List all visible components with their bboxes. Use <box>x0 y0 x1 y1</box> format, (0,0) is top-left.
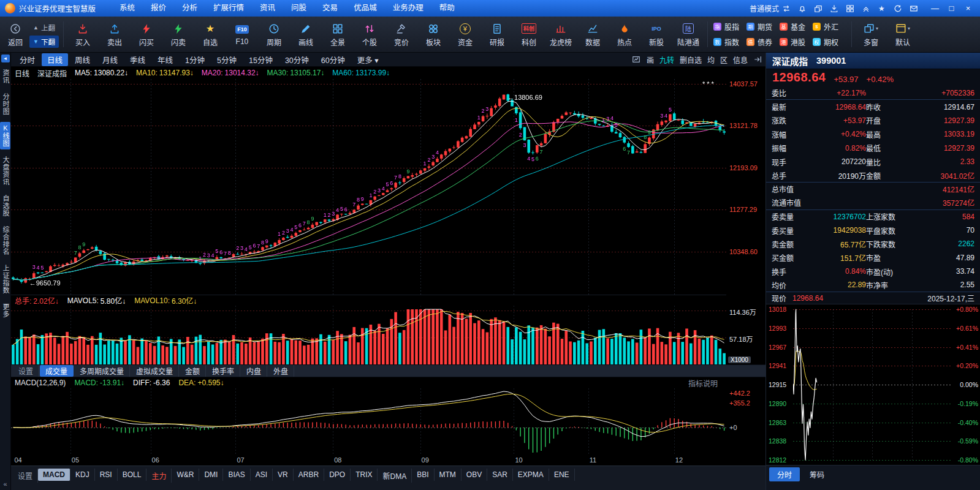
market-category-item[interactable]: 期期货 <box>746 19 780 34</box>
indicator-tab-DMI[interactable]: DMI <box>199 469 223 481</box>
indicator-tab-TRIX[interactable]: TRIX <box>351 469 378 481</box>
toolbar-button-stock-arrows[interactable]: 个股 <box>354 18 386 51</box>
toolbar-button-report[interactable]: 研报 <box>481 18 513 51</box>
chart-tool-九转[interactable]: 九转 <box>659 55 674 65</box>
toolbar-button-sector[interactable]: 板块 <box>417 18 449 51</box>
indicator-help-link[interactable]: 指标说明 <box>688 378 718 388</box>
menubar-item[interactable]: 资讯 <box>252 0 283 17</box>
period-tab-月线[interactable]: 月线 <box>97 53 123 66</box>
indicator-tab-ENE[interactable]: ENE <box>549 469 575 481</box>
chevrons-icon[interactable] <box>860 3 871 13</box>
toolbar-button-sell[interactable]: 卖出 <box>99 18 131 51</box>
chart-tool-画[interactable]: 画 <box>647 55 654 65</box>
market-category-item[interactable]: $外汇 <box>813 19 846 34</box>
period-tab-分时[interactable]: 分时 <box>14 53 40 66</box>
toolbar-button-flash-buy[interactable]: 闪买 <box>131 18 162 51</box>
collapse-panel-icon[interactable] <box>753 55 762 64</box>
market-category-item[interactable]: 港港股 <box>780 34 813 50</box>
market-category-item[interactable]: 权期权 <box>813 34 846 50</box>
mode-switcher[interactable]: 普通模式 <box>750 3 791 13</box>
toolbar-button-ipo[interactable]: IPO新股 <box>640 18 672 51</box>
volume-tab-多周期成交量[interactable]: 多周期成交量 <box>74 365 130 377</box>
toolbar-button-data[interactable]: 数据 <box>577 18 609 51</box>
period-tab-年线[interactable]: 年线 <box>152 53 178 66</box>
menubar-item[interactable]: 帮助 <box>431 0 463 17</box>
back-button[interactable]: 返回 <box>2 18 28 51</box>
period-tab-5分钟[interactable]: 5分钟 <box>211 53 242 66</box>
indicator-tab-ASI[interactable]: ASI <box>251 469 273 481</box>
indicator-tab-KDJ[interactable]: KDJ <box>70 469 95 481</box>
sidebar-item-更多[interactable]: 更多 <box>0 301 10 320</box>
minimize-button[interactable]: — <box>927 2 943 15</box>
indicator-tab-新DMA[interactable]: 新DMA <box>378 469 412 483</box>
menubar-item[interactable]: 交易 <box>314 0 346 17</box>
period-tab-日线[interactable]: 日线 <box>42 53 68 66</box>
flip-down-button[interactable]: ▼ 下翻 <box>29 36 59 48</box>
chart-tool-删自选[interactable]: 删自选 <box>680 55 702 65</box>
market-category-item[interactable]: 基基金 <box>780 19 813 34</box>
mini-chart-canvas[interactable] <box>793 304 951 465</box>
period-tab-60分钟[interactable]: 60分钟 <box>316 53 351 66</box>
indicator-tab-ARBR[interactable]: ARBR <box>294 469 324 481</box>
apps-icon[interactable] <box>845 3 855 13</box>
multi-window-button[interactable]: ▾ 多窗 <box>855 18 887 51</box>
indicator-tab-BOLL[interactable]: BOLL <box>118 469 147 481</box>
menubar-item[interactable]: 优品城 <box>346 0 385 17</box>
market-category-item[interactable]: 数指数 <box>713 34 746 50</box>
toolbar-button-hk-connect[interactable]: 陆陆港通 <box>672 18 704 51</box>
menubar-item[interactable]: 业务办理 <box>385 0 431 17</box>
indicator-tab-设置[interactable]: 设置 <box>13 469 38 483</box>
menubar-item[interactable]: 问股 <box>283 0 314 17</box>
volume-tab-换手率[interactable]: 换手率 <box>207 365 240 377</box>
toolbar-button-gavel[interactable]: 竞价 <box>386 18 417 51</box>
mini-tab-分时[interactable]: 分时 <box>769 467 800 481</box>
indicator-tab-EXPMA[interactable]: EXPMA <box>513 469 549 481</box>
maximize-button[interactable]: □ <box>943 2 960 15</box>
mail-icon[interactable] <box>908 3 919 13</box>
toolbar-button-flame[interactable]: 热点 <box>609 18 640 51</box>
volume-tab-设置[interactable]: 设置 <box>13 365 39 377</box>
market-category-item[interactable]: 债债券 <box>746 34 780 50</box>
period-tab-更多[interactable]: 更多 ▾ <box>352 53 384 66</box>
sidebar-item-大盘资讯[interactable]: 大盘资讯 <box>0 154 10 188</box>
volume-tab-金额[interactable]: 金额 <box>180 365 206 377</box>
period-tab-30分钟[interactable]: 30分钟 <box>279 53 314 66</box>
toolbar-button-grid[interactable]: 全景 <box>322 18 354 51</box>
kline-canvas[interactable] <box>11 79 726 295</box>
volume-tab-外盘[interactable]: 外盘 <box>268 365 294 377</box>
sidebar-item-自选股[interactable]: 自选股 <box>0 192 10 219</box>
toolbar-button-flash-sell[interactable]: 闪卖 <box>162 18 194 51</box>
toolbar-button-money[interactable]: ¥资金 <box>449 18 481 51</box>
sidebar-item-K线图[interactable]: K线图 <box>0 122 10 149</box>
star-icon[interactable]: ★ <box>876 3 887 13</box>
mini-tab-筹码[interactable]: 筹码 <box>802 467 832 481</box>
indicator-tab-MTM[interactable]: MTM <box>435 469 462 481</box>
tray-icon[interactable] <box>829 3 839 13</box>
indicator-tab-RSI[interactable]: RSI <box>95 469 118 481</box>
sidebar-item-综合排名[interactable]: 综合排名 <box>0 224 10 258</box>
indicator-tab-W&R[interactable]: W&R <box>172 469 199 481</box>
toolbar-button-ranking[interactable]: 龙虎榜 <box>545 18 577 51</box>
default-layout-button[interactable]: ▾ 默认 <box>887 18 919 51</box>
period-tab-季线[interactable]: 季线 <box>124 53 151 66</box>
bell-icon[interactable] <box>797 3 807 13</box>
indicator-tab-DPO[interactable]: DPO <box>324 469 351 481</box>
menubar-item[interactable]: 报价 <box>143 0 174 17</box>
chart-tool-均[interactable]: 均 <box>707 55 715 65</box>
refresh-icon[interactable] <box>892 3 903 13</box>
menubar-item[interactable]: 系统 <box>112 0 143 17</box>
period-tab-1分钟[interactable]: 1分钟 <box>180 53 210 66</box>
menubar-item[interactable]: 分析 <box>174 0 205 17</box>
indicator-tab-SAR[interactable]: SAR <box>487 469 513 481</box>
sidebar-item-分时图[interactable]: 分时图 <box>0 91 10 118</box>
indicator-tab-BBI[interactable]: BBI <box>412 469 434 481</box>
sidebar-bottom-arrow[interactable]: « <box>3 480 7 488</box>
toolbar-button-clock[interactable]: 周期 <box>258 18 290 51</box>
market-category-item[interactable]: 指股指 <box>713 19 746 34</box>
sidebar-collapse-icon[interactable]: ◂ <box>1 55 10 62</box>
chart-tool-信息[interactable]: 信息 <box>733 55 748 65</box>
period-tab-周线[interactable]: 周线 <box>69 53 96 66</box>
period-tab-15分钟[interactable]: 15分钟 <box>243 53 278 66</box>
toolbar-button-buy[interactable]: 买入 <box>67 18 99 51</box>
toolbar-button-f10[interactable]: F10F10 <box>226 18 258 51</box>
